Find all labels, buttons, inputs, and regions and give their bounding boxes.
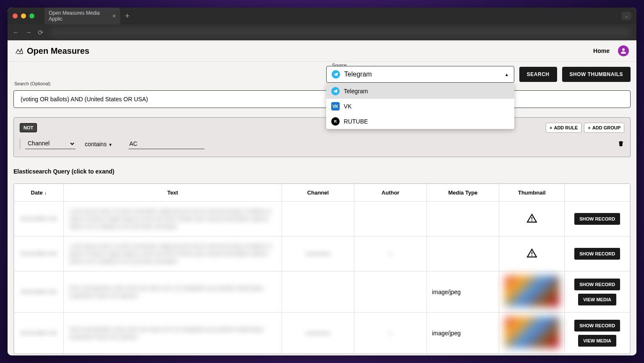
window-controls	[13, 13, 34, 18]
top-controls-row: Source Telegram ▲ Telegram VK VK	[8, 62, 636, 84]
search-legend: Search (Optional)	[13, 81, 52, 86]
date-cell: 00.00.0000 0:00	[18, 330, 59, 336]
browser-tab-bar: Open Measures Media Applic × + ⌄	[8, 8, 636, 24]
view-media-button[interactable]: VIEW MEDIA	[578, 294, 616, 305]
add-group-button[interactable]: +ADD GROUP	[584, 123, 624, 133]
chevron-down-icon: ▼	[108, 142, 113, 147]
source-select[interactable]: Telegram ▲	[326, 66, 514, 83]
sort-descending-icon: ↓	[45, 190, 47, 195]
telegram-icon	[331, 87, 340, 95]
source-option-telegram[interactable]: Telegram	[326, 84, 514, 99]
results-table: Date↓ Text Channel Author Media Type Thu…	[13, 183, 631, 354]
text-cell: Sed ut perspiciatis unde omnis iste natu…	[68, 283, 277, 301]
user-avatar-icon[interactable]	[618, 45, 629, 56]
browser-nav-bar: ← → ⟳	[8, 24, 636, 40]
query-builder: NOT +ADD RULE +ADD GROUP Channel contain…	[13, 117, 631, 157]
source-dropdown: Telegram VK VK R RUTUBE	[326, 84, 514, 129]
app-window: Open Measures Media Applic × + ⌄ ← → ⟳ O…	[8, 8, 636, 355]
source-option-rutube[interactable]: R RUTUBE	[326, 114, 514, 129]
app-header: Open Measures Home	[8, 40, 636, 62]
show-record-button[interactable]: SHOW RECORD	[574, 279, 620, 290]
add-rule-button[interactable]: +ADD RULE	[546, 123, 581, 133]
warning-icon	[526, 219, 537, 225]
app-content: Source Telegram ▲ Telegram VK VK	[8, 62, 636, 355]
not-toggle[interactable]: NOT	[20, 123, 37, 132]
delete-rule-icon[interactable]	[618, 140, 624, 149]
svg-point-0	[622, 48, 625, 51]
show-record-button[interactable]: SHOW RECORD	[574, 248, 620, 260]
telegram-icon	[332, 70, 340, 79]
query-builder-header: NOT +ADD RULE +ADD GROUP	[20, 123, 624, 133]
header-media-type[interactable]: Media Type	[427, 184, 499, 202]
maximize-window-button[interactable]	[29, 13, 34, 18]
rule-field-select[interactable]: Channel	[25, 139, 76, 149]
search-button[interactable]: SEARCH	[519, 67, 557, 82]
date-cell: 00.00.0000 0:00	[18, 216, 59, 222]
svg-point-2	[531, 220, 532, 221]
text-cell: Lorem ipsum dolor sit amet consectetur a…	[68, 241, 277, 267]
header-actions	[565, 184, 630, 202]
table-row: 00.00.0000 0:00 Sed ut perspiciatis unde…	[14, 271, 630, 313]
option-label: Telegram	[344, 88, 368, 95]
thumbnail-image	[505, 276, 559, 307]
rule-operator-select[interactable]: contains ▼	[84, 140, 120, 149]
view-media-button[interactable]: VIEW MEDIA	[578, 335, 616, 347]
table-header-row: Date↓ Text Channel Author Media Type Thu…	[14, 184, 630, 202]
author-cell: x	[359, 251, 422, 257]
author-cell: x	[359, 330, 422, 336]
elasticsearch-query-toggle[interactable]: Elasticsearch Query (click to exand)	[8, 164, 636, 179]
rule-value-input[interactable]	[128, 139, 204, 149]
channel-cell: xxxxxxxxxx	[286, 330, 350, 336]
vk-icon: VK	[331, 102, 340, 110]
rutube-icon: R	[331, 117, 340, 126]
back-icon[interactable]: ←	[13, 29, 19, 36]
show-thumbnails-button[interactable]: SHOW THUMBNAILS	[562, 67, 631, 82]
plus-icon: +	[588, 125, 590, 130]
source-option-vk[interactable]: VK VK	[326, 99, 514, 114]
date-cell: 00.00.0000 0:00	[18, 251, 59, 257]
thumbnail-image	[505, 317, 559, 348]
header-channel[interactable]: Channel	[282, 184, 354, 202]
app-title: Open Measures	[27, 46, 89, 56]
reload-icon[interactable]: ⟳	[38, 29, 43, 37]
rule-row: Channel contains ▼	[20, 139, 624, 149]
text-cell: Sed ut perspiciatis unde omnis iste natu…	[68, 324, 277, 342]
address-bar[interactable]	[49, 27, 631, 37]
search-row: Search (Optional) (voting OR ballots) AN…	[8, 84, 636, 111]
show-record-button[interactable]: SHOW RECORD	[574, 213, 620, 225]
table-row: 00.00.0000 0:00 Sed ut perspiciatis unde…	[14, 313, 630, 354]
minimize-window-button[interactable]	[21, 13, 26, 18]
svg-point-4	[531, 255, 532, 256]
media-type-cell: image/jpeg	[427, 271, 499, 313]
text-cell: Lorem ipsum dolor sit amet consectetur a…	[68, 206, 277, 232]
tab-title: Open Measures Media Applic	[49, 10, 109, 22]
source-selected-label: Telegram	[344, 71, 372, 78]
close-tab-icon[interactable]: ×	[113, 13, 116, 19]
table-row: 00.00.0000 0:00 Lorem ipsum dolor sit am…	[14, 202, 630, 237]
search-input[interactable]: (voting OR ballots) AND (United States O…	[13, 90, 631, 108]
media-type-cell	[427, 237, 499, 271]
media-type-cell: image/jpeg	[427, 313, 499, 354]
browser-tab[interactable]: Open Measures Media Applic ×	[45, 8, 120, 24]
warning-icon	[526, 254, 537, 260]
forward-icon[interactable]: →	[25, 29, 32, 36]
tabs-overflow-button[interactable]: ⌄	[621, 12, 631, 20]
header-author[interactable]: Author	[354, 184, 427, 202]
media-type-cell	[427, 202, 499, 237]
close-window-button[interactable]	[13, 13, 18, 18]
new-tab-button[interactable]: +	[125, 12, 130, 21]
header-thumbnail[interactable]: Thumbnail	[499, 184, 565, 202]
chevron-up-icon: ▲	[505, 72, 509, 77]
home-link[interactable]: Home	[593, 47, 610, 54]
header-text[interactable]: Text	[63, 184, 282, 202]
channel-cell: xxxxxxxxxx	[286, 251, 350, 257]
date-cell: 00.00.0000 0:00	[18, 289, 59, 295]
app-logo-icon	[15, 47, 24, 55]
option-label: RUTUBE	[344, 118, 368, 125]
option-label: VK	[344, 103, 352, 110]
plus-icon: +	[550, 125, 552, 130]
show-record-button[interactable]: SHOW RECORD	[574, 320, 620, 331]
table-row: 00.00.0000 0:00 Lorem ipsum dolor sit am…	[14, 237, 630, 271]
header-date[interactable]: Date↓	[14, 184, 64, 202]
source-selector: Source Telegram ▲ Telegram VK VK	[326, 66, 514, 83]
